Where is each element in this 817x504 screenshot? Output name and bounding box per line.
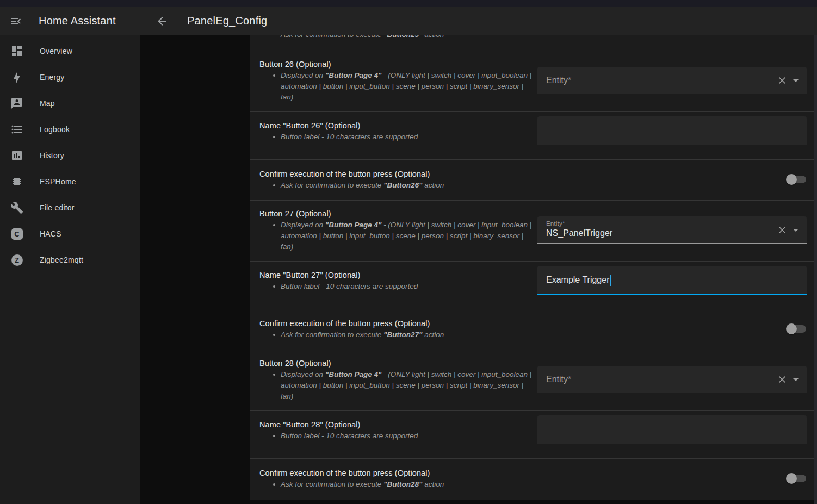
entity-label: Entity* <box>546 67 571 94</box>
row-divider <box>250 111 814 112</box>
sidebar-item-history[interactable]: History <box>0 142 140 169</box>
row-divider <box>250 261 814 262</box>
row-divider <box>250 200 814 201</box>
row-description: Ask for confirmation to execute "Button2… <box>259 180 534 191</box>
row-divider <box>250 410 814 411</box>
bullet-dot <box>273 483 275 486</box>
row-name28-text: Name "Button 28" (Optional) Button label… <box>259 420 534 441</box>
sidebar-item-label: Logbook <box>40 125 70 134</box>
row-description: Ask for confirmation to execute "Button2… <box>259 479 534 490</box>
entity-label: Entity* <box>546 366 571 393</box>
hacs-c-icon: C <box>10 227 23 240</box>
lightning-bolt-icon <box>10 71 23 84</box>
sidebar-header: Home Assistant <box>0 7 140 35</box>
row-button28-text: Button 28 (Optional) Displayed on "Butto… <box>259 358 534 402</box>
dropdown-caret-icon[interactable] <box>793 79 799 82</box>
bullet-dot <box>273 136 275 138</box>
sidebar-item-label: Overview <box>40 47 72 55</box>
bullet-dot <box>273 435 275 437</box>
view-dashboard-icon <box>10 45 23 58</box>
menu-open-icon[interactable] <box>9 15 22 28</box>
sidebar-item-label: Zigbee2mqtt <box>40 256 83 264</box>
entity-select-button28[interactable]: Entity* <box>537 366 807 393</box>
row-title: Button 28 (Optional) <box>259 358 534 368</box>
row-confirm27-text: Confirm execution of the button press (O… <box>259 319 534 340</box>
scrollbar-track[interactable] <box>814 35 817 504</box>
row-title: Name "Button 28" (Optional) <box>259 420 534 430</box>
row-name26-text: Name "Button 26" (Optional) Button label… <box>259 121 534 142</box>
row-divider <box>250 458 814 459</box>
config-form-card: Ask for confirmation to execute "Button2… <box>250 35 814 500</box>
row-title: Button 27 (Optional) <box>259 209 534 219</box>
sidebar-item-esphome[interactable]: ESPHome <box>0 169 140 195</box>
row-divider <box>250 350 814 350</box>
row-title: Name "Button 27" (Optional) <box>259 270 534 280</box>
clear-icon[interactable] <box>777 76 787 85</box>
row-description: Button label - 10 characters are support… <box>259 431 534 441</box>
zigbee-z-icon: Z <box>10 253 23 266</box>
row-button26-text: Button 26 (Optional) Displayed on "Butto… <box>259 59 534 103</box>
row-divider <box>250 53 814 53</box>
entity-select-button26[interactable]: Entity* <box>537 67 807 94</box>
row-button27-text: Button 27 (Optional) Displayed on "Butto… <box>259 209 534 252</box>
back-arrow-icon[interactable] <box>156 15 169 28</box>
page-title: PanelEg_Config <box>187 15 267 27</box>
row-description: Displayed on "Button Page 4" - (ONLY lig… <box>259 70 534 103</box>
row-title: Confirm execution of the button press (O… <box>259 169 534 179</box>
confirm-toggle-button27[interactable] <box>788 325 806 333</box>
sidebar-item-hacs[interactable]: C HACS <box>0 221 140 247</box>
text-cursor <box>610 275 611 286</box>
entity-value: NS_PanelTrigger <box>546 228 612 238</box>
sidebar-item-label: Energy <box>40 73 65 82</box>
bullet-dot <box>273 334 275 336</box>
sidebar-item-energy[interactable]: Energy <box>0 64 140 90</box>
row-description: Button label - 10 characters are support… <box>259 281 534 292</box>
entity-label: Entity* <box>546 220 565 227</box>
dropdown-caret-icon[interactable] <box>793 378 799 381</box>
sidebar: Overview Energy Map Logbook History ESPH… <box>0 35 140 504</box>
bullet-dot <box>273 285 275 288</box>
bullet-dot <box>273 374 275 376</box>
map-account-icon <box>10 97 23 110</box>
toggle-thumb <box>786 174 797 185</box>
sidebar-item-logbook[interactable]: Logbook <box>0 116 140 142</box>
sidebar-item-overview[interactable]: Overview <box>0 38 140 64</box>
row-name27-text: Name "Button 27" (Optional) Button label… <box>259 270 534 292</box>
row-divider <box>250 309 814 309</box>
app-title: Home Assistant <box>39 15 116 27</box>
name-input-button28[interactable] <box>537 415 807 444</box>
sidebar-item-label: HACS <box>40 229 61 238</box>
sidebar-item-map[interactable]: Map <box>0 90 140 116</box>
bullet-dot <box>273 74 275 77</box>
input-value: Example Trigger <box>546 266 610 294</box>
confirm-toggle-button28[interactable] <box>788 475 806 482</box>
row-description: Ask for confirmation to execute "Button2… <box>259 329 534 340</box>
sidebar-item-label: Map <box>40 99 55 108</box>
name-input-button27[interactable]: Example Trigger <box>537 266 807 295</box>
confirm-toggle-button26[interactable] <box>788 176 806 183</box>
entity-select-button27[interactable]: Entity* NS_PanelTrigger <box>537 216 807 244</box>
name-input-button26[interactable] <box>537 116 807 145</box>
bullet-dot <box>273 224 275 226</box>
row-title: Name "Button 26" (Optional) <box>259 121 534 130</box>
bullet-dot <box>273 184 275 186</box>
chip-icon <box>10 175 23 188</box>
chart-box-icon <box>10 149 23 162</box>
row-description: Displayed on "Button Page 4" - (ONLY lig… <box>259 220 534 252</box>
toggle-thumb <box>786 473 797 484</box>
row-description: Button label - 10 characters are support… <box>259 132 534 142</box>
clear-icon[interactable] <box>777 225 787 235</box>
row-title: Confirm execution of the button press (O… <box>259 319 534 328</box>
clear-icon[interactable] <box>777 375 787 384</box>
sidebar-item-label: ESPHome <box>40 177 76 186</box>
row-description: Displayed on "Button Page 4" - (ONLY lig… <box>259 369 534 402</box>
list-bulleted-icon <box>10 123 23 136</box>
row-title: Confirm execution of the button press (O… <box>259 468 534 478</box>
dropdown-caret-icon[interactable] <box>793 229 799 232</box>
row-title: Button 26 (Optional) <box>259 59 534 69</box>
sidebar-item-label: History <box>40 151 64 160</box>
wrench-icon <box>10 201 23 214</box>
sidebar-item-zigbee2mqtt[interactable]: Z Zigbee2mqtt <box>0 247 140 273</box>
row-divider <box>250 159 814 160</box>
sidebar-item-file-editor[interactable]: File editor <box>0 195 140 221</box>
